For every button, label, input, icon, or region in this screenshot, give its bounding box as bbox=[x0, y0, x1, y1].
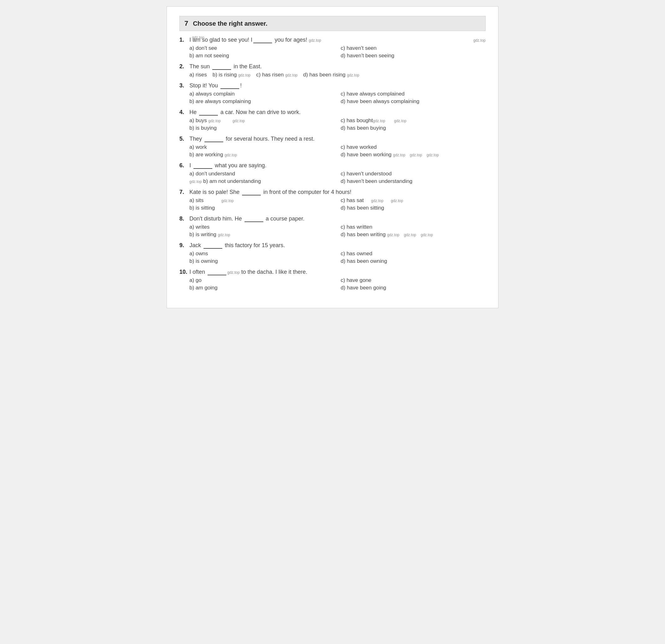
q1-option-c: c) haven't seen bbox=[341, 45, 486, 51]
q5-option-b: b) are working gdz.top bbox=[189, 152, 335, 158]
q10-option-b: b) am going bbox=[189, 285, 335, 291]
q4-option-a: a) buys gdz.top gdz.top bbox=[189, 117, 335, 124]
q2-option-d: d) has been rising gdz.top bbox=[303, 72, 359, 78]
q4-option-b: b) is buying bbox=[189, 125, 335, 131]
q9-option-a: a) owns bbox=[189, 251, 335, 257]
q2-num: 2. bbox=[179, 63, 189, 70]
q6-blank bbox=[193, 168, 212, 169]
q10-option-c: c) have gone bbox=[341, 277, 486, 283]
q7-blank bbox=[242, 195, 261, 196]
q7-text: Kate is so pale! She in front of the com… bbox=[189, 189, 486, 196]
q9-options: a) owns c) has owned b) is owning d) has… bbox=[189, 251, 486, 264]
q3-options: a) always complain c) have always compla… bbox=[189, 91, 486, 105]
q10-option-a: a) go bbox=[189, 277, 335, 283]
q4-num: 4. bbox=[179, 109, 189, 115]
q4-blank bbox=[199, 115, 218, 115]
q7-option-a: a) sits gdz.top bbox=[189, 197, 335, 204]
q6-option-a: a) don't understand bbox=[189, 171, 335, 177]
question-9: 9. Jack this factory for 15 years. a) ow… bbox=[179, 242, 486, 264]
q8-option-b: b) is writing gdz.top bbox=[189, 232, 335, 238]
q9-option-b: b) is owning bbox=[189, 258, 335, 264]
q5-options: a) work c) have worked b) are working gd… bbox=[189, 144, 486, 158]
question-1: gdz.top 1. I am so glad to see you! I yo… bbox=[179, 37, 486, 59]
q10-options: a) go c) have gone b) am going d) have b… bbox=[189, 277, 486, 291]
q7-options: a) sits gdz.top c) has sat gdz.top gdz.t… bbox=[189, 197, 486, 211]
q4-text: He a car. Now he can drive to work. bbox=[189, 109, 486, 115]
q3-option-c: c) have always complained bbox=[341, 91, 486, 97]
q10-option-d: d) have been going bbox=[341, 285, 486, 291]
q1-option-d: d) haven't been seeing bbox=[341, 53, 486, 59]
question-9-line: 9. Jack this factory for 15 years. bbox=[179, 242, 486, 249]
question-5: 5. They for several hours. They need a r… bbox=[179, 136, 486, 158]
section-title: Choose the right answer. bbox=[193, 20, 267, 27]
q2-option-b: b) is rising gdz.top bbox=[213, 72, 251, 78]
q3-blank bbox=[221, 88, 239, 89]
question-2-line: 2. The sun in the East. bbox=[179, 63, 486, 70]
q8-text: Don't disturb him. He a course paper. bbox=[189, 216, 486, 222]
q9-option-c: c) has owned bbox=[341, 251, 486, 257]
watermark-inline: gdz.top bbox=[309, 38, 321, 42]
q5-text: They for several hours. They need a rest… bbox=[189, 136, 486, 142]
question-3-line: 3. Stop it! You ! bbox=[179, 82, 486, 89]
q5-option-a: a) work bbox=[189, 144, 335, 150]
q2-text: The sun in the East. bbox=[189, 63, 486, 70]
question-5-line: 5. They for several hours. They need a r… bbox=[179, 136, 486, 142]
q8-options: a) writes c) has written b) is writing g… bbox=[189, 224, 486, 238]
q6-option-c: c) haven't understood bbox=[341, 171, 486, 177]
q6-num: 6. bbox=[179, 162, 189, 169]
watermark-right: gdz.top bbox=[473, 38, 486, 42]
q6-text: I what you are saying. bbox=[189, 162, 486, 169]
q5-blank bbox=[205, 142, 223, 142]
q3-option-a: a) always complain bbox=[189, 91, 335, 97]
q2-blank bbox=[212, 69, 231, 70]
q9-text: Jack this factory for 15 years. bbox=[189, 242, 486, 249]
q2-option-a: a) rises bbox=[189, 72, 207, 78]
q7-option-c: c) has sat gdz.top gdz.top bbox=[341, 197, 486, 204]
q9-num: 9. bbox=[179, 242, 189, 249]
question-4: 4. He a car. Now he can drive to work. a… bbox=[179, 109, 486, 131]
question-10: 10. I often gdz.top to the dacha. I like… bbox=[179, 269, 486, 291]
q10-text: I often gdz.top to the dacha. I like it … bbox=[189, 269, 486, 275]
q6-option-b: gdz.top b) am not understanding bbox=[189, 178, 335, 184]
q7-option-d: d) has been sitting bbox=[341, 205, 486, 211]
q5-option-c: c) have worked bbox=[341, 144, 486, 150]
section-header: 7 Choose the right answer. bbox=[179, 16, 486, 31]
question-3: 3. Stop it! You ! a) always complain c) … bbox=[179, 82, 486, 105]
q6-option-d: d) haven't been understanding bbox=[341, 178, 486, 184]
q1-options: a) don't see c) haven't seen b) am not s… bbox=[189, 45, 486, 59]
q10-num: 10. bbox=[179, 269, 189, 275]
question-8: 8. Don't disturb him. He a course paper.… bbox=[179, 216, 486, 238]
q1-blank bbox=[253, 42, 272, 43]
q1-option-a: a) don't see bbox=[189, 45, 335, 51]
question-4-line: 4. He a car. Now he can drive to work. bbox=[179, 109, 486, 115]
watermark: gdz.top bbox=[192, 35, 204, 40]
page: 7 Choose the right answer. gdz.top 1. I … bbox=[167, 6, 498, 308]
q8-num: 8. bbox=[179, 216, 189, 222]
q4-option-c: c) has boughtgdz.top gdz.top bbox=[341, 117, 486, 124]
q8-option-d: d) has been writing gdz.top gdz.top gdz.… bbox=[341, 232, 486, 238]
q3-option-d: d) have been always complaining bbox=[341, 98, 486, 105]
question-7: 7. Kate is so pale! She in front of the … bbox=[179, 189, 486, 211]
question-2: 2. The sun in the East. a) rises b) is r… bbox=[179, 63, 486, 78]
question-7-line: 7. Kate is so pale! She in front of the … bbox=[179, 189, 486, 196]
q8-blank bbox=[245, 221, 263, 222]
q10-blank bbox=[208, 275, 226, 275]
q3-text: Stop it! You ! bbox=[189, 82, 486, 89]
question-6-line: 6. I what you are saying. bbox=[179, 162, 486, 169]
question-10-line: 10. I often gdz.top to the dacha. I like… bbox=[179, 269, 486, 275]
q5-option-d: d) have been working gdz.top gdz.top gdz… bbox=[341, 152, 486, 158]
section-number: 7 bbox=[185, 19, 188, 27]
q5-num: 5. bbox=[179, 136, 189, 142]
q7-num: 7. bbox=[179, 189, 189, 196]
q9-option-d: d) has been owning bbox=[341, 258, 486, 264]
q8-option-a: a) writes bbox=[189, 224, 335, 230]
q6-options: a) don't understand c) haven't understoo… bbox=[189, 171, 486, 184]
q4-options: a) buys gdz.top gdz.top c) has boughtgdz… bbox=[189, 117, 486, 131]
q7-option-b: b) is sitting bbox=[189, 205, 335, 211]
question-1-line: 1. I am so glad to see you! I you for ag… bbox=[179, 37, 486, 43]
question-6: 6. I what you are saying. a) don't under… bbox=[179, 162, 486, 184]
q1-num: 1. bbox=[179, 37, 189, 43]
q4-option-d: d) has been buying bbox=[341, 125, 486, 131]
q3-num: 3. bbox=[179, 82, 189, 89]
q1-option-b: b) am not seeing bbox=[189, 53, 335, 59]
